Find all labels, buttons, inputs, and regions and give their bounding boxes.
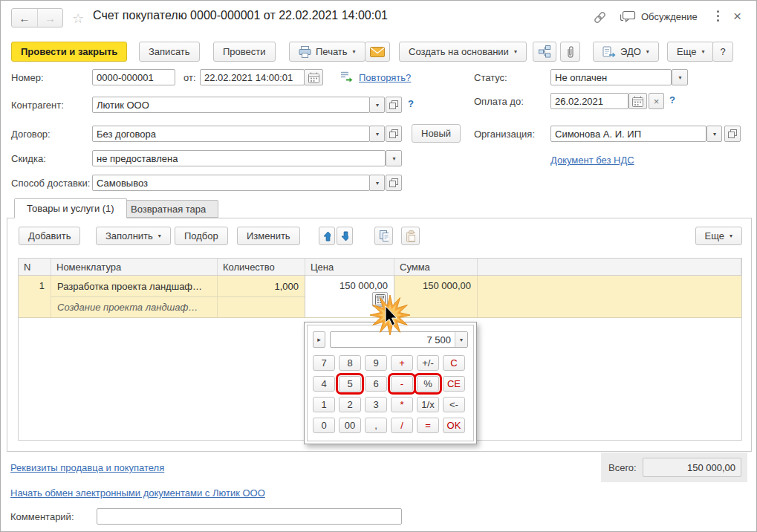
delivery-input[interactable] [92, 175, 370, 191]
organization-dropdown-button[interactable]: ▾ [706, 126, 722, 142]
delivery-open-button[interactable] [386, 175, 402, 191]
favorite-star-icon[interactable]: ☆ [72, 10, 84, 27]
calc-key-8[interactable]: 8 [339, 355, 361, 371]
status-input[interactable] [550, 69, 672, 85]
get-link-button[interactable] [593, 10, 607, 25]
status-label: Статус: [474, 72, 507, 83]
calc-key-3[interactable]: 3 [365, 397, 387, 412]
price-cell-editing[interactable]: 150 000,00 [305, 276, 394, 317]
pay-until-clear-button[interactable]: × [649, 93, 664, 109]
move-up-button[interactable] [319, 227, 335, 245]
calc-key-1/x[interactable]: 1/x [417, 397, 439, 412]
chevron-down-icon: ▾ [392, 155, 395, 162]
calc-key-/[interactable]: / [391, 418, 413, 433]
print-button[interactable]: Печать▾ [289, 42, 365, 62]
pay-until-input[interactable] [550, 93, 628, 109]
discount-dropdown-button[interactable]: ▾ [386, 150, 402, 166]
total-strip: Всего: 150 000,00 [601, 452, 747, 482]
attachments-button[interactable] [560, 42, 580, 62]
post-button[interactable]: Провести [213, 42, 276, 62]
recurring-icon [339, 70, 354, 85]
organization-label: Организация: [474, 129, 535, 140]
number-input[interactable] [92, 69, 175, 85]
price-value: 150 000,00 [339, 280, 388, 291]
delivery-dropdown-button[interactable]: ▾ [369, 175, 385, 191]
contract-input[interactable] [92, 126, 370, 142]
repeat-link[interactable]: Повторять? [359, 72, 411, 83]
tab-returnable-packaging[interactable]: Возвратная тара [118, 200, 218, 218]
edit-row-button[interactable]: Изменить [237, 227, 300, 245]
edo-button[interactable]: ЭДО▾ [593, 42, 659, 62]
calc-key-CE[interactable]: CE [443, 376, 465, 392]
requisites-link[interactable]: Реквизиты продавца и покупателя [10, 462, 164, 473]
contract-open-button[interactable] [386, 126, 402, 142]
create-based-on-label: Создать на основании [409, 46, 509, 57]
pay-until-help-icon[interactable]: ? [669, 94, 675, 106]
calc-key-+[interactable]: + [391, 355, 413, 371]
comment-input[interactable] [97, 508, 402, 525]
fill-button[interactable]: Заполнить▾ [96, 227, 171, 245]
calc-key-1[interactable]: 1 [313, 397, 335, 412]
calculator-history-button[interactable]: ▾ [455, 332, 467, 347]
calc-key-=[interactable]: = [417, 418, 439, 433]
calc-key-OK[interactable]: OK [443, 418, 465, 433]
calc-key-00[interactable]: 00 [339, 418, 361, 433]
new-contract-button[interactable]: Новый [412, 124, 461, 143]
tab-goods-and-services[interactable]: Товары и услуги (1) [14, 198, 127, 218]
discount-input[interactable] [92, 150, 386, 166]
calc-key-9[interactable]: 9 [365, 355, 387, 371]
forward-button[interactable]: → [37, 9, 62, 27]
calculator-display[interactable]: 7 500 ▾ [330, 331, 468, 348]
calculator-expand-button[interactable]: ▸ [313, 331, 325, 348]
calc-key-4[interactable]: 4 [313, 376, 335, 392]
counterparty-open-button[interactable] [386, 97, 402, 113]
post-and-close-button[interactable]: Провести и закрыть [11, 42, 127, 62]
organization-input[interactable] [550, 126, 706, 142]
no-vat-link[interactable]: Документ без НДС [550, 155, 634, 166]
calc-key-,[interactable]: , [365, 418, 387, 433]
calc-key--[interactable]: - [391, 376, 413, 392]
calc-key-5[interactable]: 5 [339, 376, 361, 392]
calc-key-6[interactable]: 6 [365, 376, 387, 392]
discussion-button[interactable]: Обсуждение [620, 10, 698, 23]
copy-button[interactable] [374, 227, 393, 245]
organization-open-button[interactable] [724, 126, 741, 142]
table-more-button[interactable]: Еще▾ [695, 227, 742, 245]
open-form-icon [389, 129, 398, 138]
price-calculator-button[interactable] [372, 292, 388, 307]
move-down-button[interactable] [337, 227, 353, 245]
calc-key-+/-[interactable]: +/- [417, 355, 439, 371]
save-button[interactable]: Записать [139, 42, 200, 62]
add-row-button[interactable]: Добавить [19, 227, 80, 245]
counterparty-help-icon[interactable]: ? [408, 98, 414, 109]
calc-key-*[interactable]: * [391, 397, 413, 412]
contract-dropdown-button[interactable]: ▾ [369, 126, 385, 142]
calc-key-<-[interactable]: <- [443, 397, 465, 412]
more-menu-button[interactable] [712, 8, 724, 24]
calc-key-%[interactable]: % [417, 376, 439, 392]
counterparty-input[interactable] [92, 97, 370, 113]
start-edo-exchange-link[interactable]: Начать обмен электронными документами с … [10, 487, 265, 499]
date-input[interactable] [200, 69, 305, 85]
chevron-down-icon: ▾ [376, 131, 379, 137]
date-calendar-button[interactable] [304, 69, 323, 85]
back-button[interactable]: ← [12, 9, 37, 27]
more-actions-button[interactable]: Еще▾ [667, 42, 714, 62]
calc-key-2[interactable]: 2 [339, 397, 361, 412]
chevron-down-icon: ▾ [646, 48, 649, 55]
help-button[interactable]: ? [712, 42, 733, 62]
calc-key-0[interactable]: 0 [313, 418, 335, 433]
close-button[interactable]: × [733, 9, 741, 23]
calc-key-C[interactable]: C [443, 355, 465, 371]
create-based-on-button[interactable]: Создать на основании▾ [399, 42, 527, 62]
send-email-button[interactable] [365, 42, 390, 62]
table-row[interactable]: 1 Разработка проекта ландшаф… 1,000 150 … [19, 276, 741, 318]
related-documents-button[interactable] [533, 42, 556, 62]
status-dropdown-button[interactable]: ▾ [672, 69, 688, 85]
paste-button[interactable] [401, 227, 420, 245]
number-label: Номер: [11, 72, 44, 83]
counterparty-dropdown-button[interactable]: ▾ [369, 97, 385, 113]
pay-until-calendar-button[interactable] [628, 93, 647, 109]
pick-button[interactable]: Подбор [175, 227, 228, 245]
calc-key-7[interactable]: 7 [313, 355, 335, 371]
